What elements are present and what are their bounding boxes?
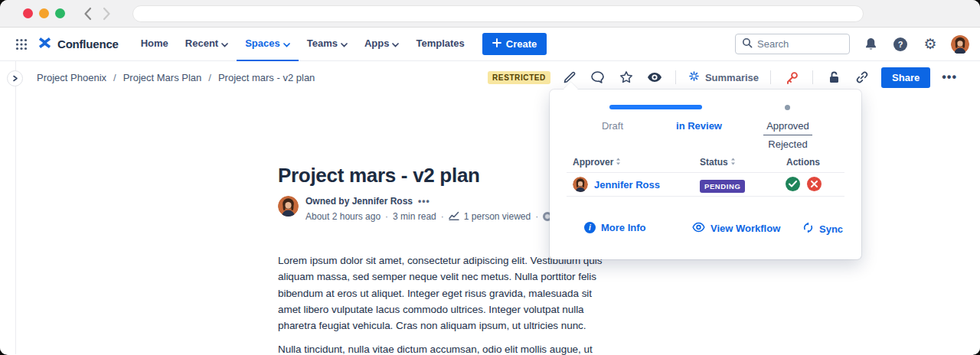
chevron-down-icon: [221, 38, 228, 50]
settings-gear-icon[interactable]: ⚙: [921, 35, 939, 54]
svg-text:?: ?: [898, 40, 903, 49]
unlock-icon[interactable]: [825, 68, 843, 86]
back-icon[interactable]: [83, 7, 92, 21]
confluence-logo-icon: [37, 35, 53, 54]
window-zoom-button[interactable]: [55, 8, 65, 18]
breadcrumb-row: Project Phoenix / Project Mars Plan / Pr…: [37, 61, 959, 93]
page-actions: RESTRICTED Summarise Share: [488, 67, 959, 88]
more-info-button[interactable]: i More Info: [584, 222, 646, 233]
page-content: Project Phoenix / Project Mars Plan / Pr…: [0, 61, 980, 354]
share-button[interactable]: Share: [881, 67, 930, 88]
sync-refresh-icon: [802, 222, 814, 236]
approver-row: Jennifer Ross PENDING: [550, 173, 861, 196]
window-close-button[interactable]: [23, 8, 33, 18]
approval-key-icon[interactable]: [782, 68, 801, 86]
breadcrumb-separator: /: [113, 72, 116, 83]
breadcrumb-item-space[interactable]: Project Phoenix: [37, 72, 106, 83]
plus-icon: [492, 38, 501, 50]
browser-chrome: [0, 0, 980, 28]
brand-name: Confluence: [57, 37, 119, 50]
paragraph: Nulla tincidunt, nulla vitae dictum accu…: [278, 341, 718, 355]
app-switcher-icon[interactable]: [11, 34, 32, 55]
star-icon[interactable]: [617, 68, 635, 86]
search-box[interactable]: [735, 34, 850, 54]
last-updated-text: About 2 hours ago: [305, 211, 381, 222]
more-actions-button[interactable]: •••: [940, 70, 959, 84]
nav-item-spaces[interactable]: Spaces: [237, 28, 299, 61]
viewers-count-text[interactable]: 1 person viewed: [464, 211, 531, 222]
sort-icon: [730, 157, 736, 168]
view-workflow-button[interactable]: View Workflow: [692, 222, 780, 235]
nav-item-recent[interactable]: Recent: [177, 28, 237, 61]
chevron-down-icon: [341, 38, 348, 50]
approver-avatar: [573, 177, 588, 192]
search-icon: [742, 37, 753, 51]
read-time-text: 3 min read: [393, 211, 436, 222]
breadcrumb: Project Phoenix / Project Mars Plan / Pr…: [37, 72, 315, 83]
comment-icon[interactable]: [589, 68, 607, 86]
popup-footer: i More Info View Workflow Sync: [550, 209, 861, 255]
summarise-button[interactable]: Summarise: [688, 70, 759, 85]
analytics-chart-icon: [449, 211, 459, 223]
nav-item-teams[interactable]: Teams: [299, 28, 356, 61]
divider: [770, 70, 771, 84]
page-title: Project mars - v2 plan: [278, 164, 480, 187]
approval-workflow-popup: Draft in Review Approved Rejected Approv…: [550, 90, 861, 259]
stage-in-review-label: in Review: [665, 120, 733, 132]
breadcrumb-item-current[interactable]: Project mars - v2 plan: [218, 72, 315, 83]
browser-address-bar[interactable]: [132, 5, 864, 22]
breadcrumb-separator: /: [208, 72, 211, 83]
column-header-approver[interactable]: Approver: [573, 157, 621, 168]
approver-name-link[interactable]: Jennifer Ross: [594, 179, 660, 191]
profile-avatar[interactable]: [951, 35, 969, 54]
reject-button[interactable]: [807, 177, 822, 191]
nav-item-apps[interactable]: Apps: [356, 28, 408, 61]
restricted-badge[interactable]: RESTRICTED: [488, 71, 550, 84]
pending-status-badge: PENDING: [700, 180, 745, 193]
divider: [812, 70, 813, 84]
window-controls: [23, 8, 65, 18]
divider: [675, 70, 676, 84]
stage-approved-label: Approved: [763, 120, 812, 135]
table-row-divider: [567, 196, 844, 197]
copy-link-icon[interactable]: [853, 68, 871, 86]
create-button[interactable]: Create: [482, 33, 547, 55]
nav-item-templates[interactable]: Templates: [407, 28, 472, 61]
owner-more-button[interactable]: •••: [418, 196, 430, 207]
workflow-progress-bar: [609, 105, 702, 109]
paragraph: Lorem ipsum dolor sit amet, consectetur …: [278, 252, 718, 334]
nav-item-home[interactable]: Home: [132, 28, 177, 61]
stage-rejected-label: Rejected: [768, 135, 807, 150]
chevron-down-icon: [392, 38, 399, 50]
column-header-status[interactable]: Status: [700, 157, 736, 168]
column-header-actions: Actions: [779, 157, 827, 168]
sort-icon: [616, 157, 621, 168]
window-minimize-button[interactable]: [39, 8, 49, 18]
ai-sparkle-icon: [688, 70, 701, 85]
confluence-navbar: Confluence Home Recent Spaces Teams Apps…: [0, 28, 980, 61]
sync-button[interactable]: Sync: [802, 222, 843, 236]
browser-nav-buttons: [83, 7, 111, 21]
owner-avatar[interactable]: [278, 196, 299, 224]
workflow-pending-stage-dot: [785, 105, 790, 110]
navbar-right: ? ⚙: [735, 34, 969, 54]
notifications-bell-icon[interactable]: [861, 35, 880, 54]
owned-by-text[interactable]: Owned by Jennifer Ross: [305, 196, 413, 207]
breadcrumb-item-parent[interactable]: Project Mars Plan: [123, 72, 202, 83]
workflow-stages: Draft in Review Approved Rejected: [550, 90, 861, 157]
watch-eye-icon[interactable]: [645, 68, 664, 86]
sidebar-expand-button[interactable]: [7, 70, 23, 86]
stage-draft-label: Draft: [580, 120, 645, 132]
sidebar-rail-divider: [15, 61, 16, 354]
confluence-home-link[interactable]: Confluence: [37, 35, 119, 54]
approve-button[interactable]: [786, 177, 800, 191]
primary-menu: Home Recent Spaces Teams Apps Templates: [132, 28, 473, 61]
stage-final-labels: Approved Rejected: [751, 120, 825, 150]
info-icon: i: [584, 222, 596, 233]
search-input[interactable]: [757, 38, 843, 50]
screenshot-root: Confluence Home Recent Spaces Teams Apps…: [0, 0, 980, 355]
forward-icon[interactable]: [103, 7, 111, 21]
help-icon[interactable]: ?: [891, 35, 910, 54]
chevron-down-icon: [283, 38, 290, 50]
browser-window: Confluence Home Recent Spaces Teams Apps…: [0, 0, 980, 355]
